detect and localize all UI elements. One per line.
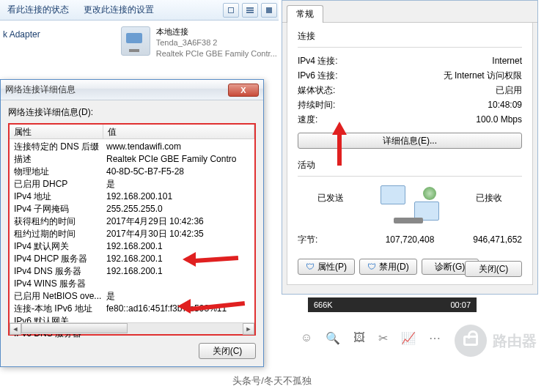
adapter-label: k Adapter [0, 21, 40, 72]
prop-cell: IPv4 WINS 服务器 [10, 278, 103, 290]
connection-status-dialog: 常规 连接 IPv4 连接:InternetIPv6 连接:无 Internet… [282, 0, 538, 295]
status-row: 媒体状态:已启用 [298, 83, 522, 97]
table-row[interactable]: 物理地址40-8D-5C-B7-F5-28 [10, 166, 254, 178]
col-header-property[interactable]: 属性 [10, 125, 103, 138]
status-row: IPv6 连接:无 Internet 访问权限 [298, 68, 522, 83]
table-row[interactable]: 已启用 NetBIOS ove...是 [10, 290, 254, 303]
status-key: IPv6 连接: [298, 68, 378, 83]
properties-button[interactable]: 🛡属性(P) [298, 259, 355, 275]
status-row: 速度:100.0 Mbps [298, 112, 522, 127]
table-row[interactable]: 已启用 DHCP是 [10, 178, 254, 191]
toolbar-view-status[interactable]: 看此连接的状态 [0, 4, 76, 16]
task-size: 666K [314, 300, 333, 309]
lock-icon [463, 336, 478, 346]
prop-cell: 连接-本地 IPv6 地址 [10, 303, 103, 315]
dialog-title: 网络连接详细信息 [5, 84, 228, 96]
status-value: 无 Internet 访问权限 [378, 68, 522, 83]
emoji-icon[interactable]: ☺ [301, 331, 312, 345]
val-cell: Realtek PCIe GBE Family Contro [103, 153, 254, 166]
val-cell: 2017年4月29日 10:42:36 [103, 215, 254, 228]
table-row[interactable]: IPv4 地址192.168.200.101 [10, 191, 254, 203]
shield-icon: 🛡 [306, 262, 315, 272]
editor-iconrow: ☺ 🔍 🖼 ✂ 📈 ⋯ [301, 331, 441, 345]
scroll-thumb[interactable] [21, 323, 128, 333]
val-cell: 2017年4月30日 10:42:35 [103, 228, 254, 240]
val-cell [103, 278, 254, 290]
prop-cell: 已启用 DHCP [10, 178, 103, 191]
trend-icon[interactable]: 📈 [401, 331, 416, 345]
adapter-area: k Adapter 本地连接 Tenda_3A6F38 2 Realtek PC… [0, 21, 279, 72]
view-mode-icon-1[interactable] [223, 3, 239, 18]
tab-general[interactable]: 常规 [287, 5, 323, 23]
section-connection: 连接 [298, 30, 522, 42]
prop-cell: 连接特定的 DNS 后缀 [10, 141, 103, 153]
prop-cell: IPv4 子网掩码 [10, 203, 103, 215]
watermark: 路由器 [455, 325, 537, 357]
status-row: IPv4 连接:Internet [298, 53, 522, 68]
scroll-left-icon[interactable]: ◄ [10, 323, 21, 335]
detail-subtitle: 网络连接详细信息(D): [8, 106, 256, 119]
prop-cell: IPv4 DHCP 服务器 [10, 253, 103, 265]
val-cell: www.tendawifi.com [103, 141, 254, 153]
close-button[interactable]: 关闭(C) [199, 343, 256, 359]
connection-ssid: Tenda_3A6F38 2 [156, 37, 277, 48]
val-cell: 255.255.255.0 [103, 203, 254, 215]
table-row[interactable]: 租约过期的时间2017年4月30日 10:42:35 [10, 228, 254, 240]
status-key: 持续时间: [298, 97, 378, 112]
search-icon[interactable]: 🔍 [326, 331, 340, 345]
val-cell: 192.168.200.1 [103, 265, 254, 278]
view-mode-icon-3[interactable] [261, 3, 277, 18]
recv-label: 已接收 [456, 192, 522, 204]
prop-cell: 已启用 NetBIOS ove... [10, 290, 103, 303]
disable-button[interactable]: 🛡禁用(D) [359, 259, 417, 275]
prop-cell: 获得租约的时间 [10, 215, 103, 228]
activity-icon [381, 185, 439, 223]
toolbar-change-settings[interactable]: 更改此连接的设置 [76, 4, 161, 16]
prop-cell: IPv4 地址 [10, 191, 103, 203]
close-icon[interactable]: X [228, 84, 259, 97]
val-cell: 192.168.200.101 [103, 191, 254, 203]
col-header-value[interactable]: 值 [103, 125, 254, 138]
status-key: IPv4 连接: [298, 53, 378, 68]
list-header: 属性 值 [10, 125, 254, 139]
prop-cell: IPv4 默认网关 [10, 240, 103, 253]
connection-name: 本地连接 [156, 26, 277, 37]
watermark-text: 路由器 [493, 331, 537, 351]
connection-item[interactable]: 本地连接 Tenda_3A6F38 2 Realtek PCIe GBE Fam… [40, 21, 277, 72]
sent-label: 已发送 [298, 192, 364, 204]
connection-icon [121, 26, 150, 56]
dialog-titlebar[interactable]: 网络连接详细信息 X [1, 80, 263, 100]
sent-bytes: 107,720,408 [378, 232, 441, 247]
status-key: 媒体状态: [298, 83, 378, 97]
status-value: Internet [378, 53, 522, 68]
table-row[interactable]: 获得租约的时间2017年4月29日 10:42:36 [10, 215, 254, 228]
section-activity: 活动 [298, 159, 522, 171]
status-row: 持续时间:10:48:09 [298, 97, 522, 112]
val-cell: 是 [103, 178, 254, 191]
more-icon[interactable]: ⋯ [429, 331, 441, 345]
connection-device: Realtek PCIe GBE Family Contr... [156, 48, 277, 59]
table-row[interactable]: 描述Realtek PCIe GBE Family Contro [10, 153, 254, 166]
status-value: 100.0 Mbps [378, 112, 522, 127]
horizontal-scrollbar[interactable]: ◄ ► [10, 322, 254, 334]
scroll-right-icon[interactable]: ► [243, 323, 254, 335]
taskbar-fragment: 666K 00:07 [308, 297, 477, 312]
table-row[interactable]: IPv4 子网掩码255.255.255.0 [10, 203, 254, 215]
status-value: 10:48:09 [378, 97, 522, 112]
bytes-label: 字节: [298, 232, 378, 247]
prop-cell: 描述 [10, 153, 103, 166]
image-icon[interactable]: 🖼 [353, 331, 365, 345]
status-close-button[interactable]: 关闭(C) [465, 261, 522, 277]
table-row[interactable]: IPv4 默认网关192.168.200.1 [10, 240, 254, 253]
prop-cell: 物理地址 [10, 166, 103, 178]
credit-text: 头条号/冬天不孤独 [0, 374, 544, 388]
view-mode-icon-2[interactable] [242, 3, 258, 18]
val-cell: 40-8D-5C-B7-F5-28 [103, 166, 254, 178]
details-button[interactable]: 详细信息(E)... [298, 133, 522, 149]
table-row[interactable]: IPv4 DNS 服务器192.168.200.1 [10, 265, 254, 278]
cut-icon[interactable]: ✂ [378, 331, 388, 345]
table-row[interactable]: 连接特定的 DNS 后缀www.tendawifi.com [10, 141, 254, 153]
table-row[interactable]: IPv4 WINS 服务器 [10, 278, 254, 290]
val-cell: 192.168.200.1 [103, 240, 254, 253]
recv-bytes: 946,471,652 [441, 232, 522, 247]
